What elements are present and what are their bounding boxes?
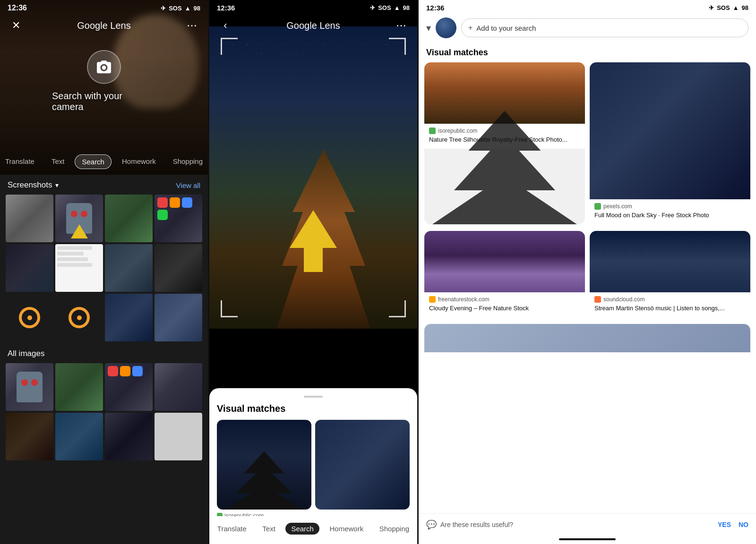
panel-camera: 12:36 ✈ SOS ▲ 98 ✕ Google Lens ⋯ Search … (0, 0, 208, 544)
battery-panel2: 98 (403, 4, 410, 11)
collapse-button[interactable]: ▾ (426, 22, 431, 34)
thumb-robot2[interactable] (6, 363, 53, 411)
panel-lens-result: 12:36 ✈ SOS ▲ 98 ‹ Google Lens ⋯ (209, 0, 417, 544)
corner-tr (389, 38, 406, 55)
tab-search-p2[interactable]: Search (285, 523, 319, 535)
battery-panel3: 98 (742, 4, 748, 11)
result-title-2: Full Mood on Dark Sky · Free Stock Photo (594, 212, 746, 220)
thumb-apps2[interactable] (105, 363, 153, 411)
screenshots-title: Screenshots ▾ (8, 180, 59, 190)
camera-search-label: Search with your camera (52, 91, 156, 112)
status-icons-panel1: ✈ SOS ▲ 98 (161, 5, 200, 12)
tab-homework-p1[interactable]: Homework (115, 154, 163, 169)
thumb-magnet2[interactable] (55, 294, 103, 341)
more-menu-button-p2[interactable]: ⋯ (393, 17, 410, 34)
result-info-4: soundcloud.com Stream Martin Stensö musi… (590, 292, 750, 317)
feedback-left: 💬 Are these results useful? (426, 519, 513, 530)
thumb-dark3[interactable] (155, 363, 202, 411)
result-card-partial[interactable] (424, 324, 750, 352)
thumb-blue1[interactable] (105, 294, 153, 341)
swipe-up-arrow (290, 210, 337, 272)
tab-text-p2[interactable]: Text (257, 523, 281, 535)
gallery-scroll: Screenshots ▾ View all (0, 175, 208, 544)
thumb-tree-photo[interactable] (105, 195, 153, 242)
back-button[interactable]: ‹ (217, 17, 234, 34)
result-col-right-2: soundcloud.com Stream Martin Stensö musi… (590, 231, 750, 322)
result-row-2: freenaturestock.com Cloudy Evening – Fre… (424, 231, 750, 322)
status-bar-panel3: 12:36 ✈ SOS ▲ 98 (419, 0, 756, 14)
result-card-soundcloud[interactable]: soundcloud.com Stream Martin Stensö musi… (590, 231, 750, 317)
favicon-isorepublic (429, 128, 436, 134)
thumb-dark1[interactable] (6, 244, 53, 292)
result-image-4 (590, 231, 750, 292)
tab-shopping-p2[interactable]: Shopping (374, 523, 415, 535)
lens-tabs-panel1: Translate Text Search Homework Shopping (0, 154, 208, 169)
thumb-blue2[interactable] (155, 294, 202, 341)
tab-shopping-p1[interactable]: Shopping (166, 154, 208, 169)
wifi-icon-p2: ▲ (394, 4, 400, 11)
thumb-robot[interactable] (55, 195, 103, 242)
wifi-icon-p3: ▲ (733, 4, 739, 11)
home-indicator-p3 (559, 538, 616, 540)
yellow-arrow-small (55, 204, 103, 242)
result-card-isorepublic[interactable]: isorepublic.com Nature Tree Silhouette R… (424, 62, 585, 224)
result-source-3: freenaturestock.com (429, 296, 580, 303)
thumb-apps-grid[interactable] (155, 195, 202, 242)
thumb-city[interactable] (55, 413, 103, 460)
camera-shutter-icon[interactable] (87, 50, 121, 84)
feedback-no-button[interactable]: NO (739, 521, 748, 528)
scan-frame (221, 38, 406, 317)
status-icons-panel2: ✈ SOS ▲ 98 (370, 4, 410, 11)
domain-freenature: freenaturestock.com (438, 296, 490, 303)
view-all-link[interactable]: View all (176, 181, 200, 189)
bottom-tabs-panel2: Translate Text Search Homework Shopping (209, 516, 417, 544)
result-row-1: isorepublic.com Nature Tree Silhouette R… (424, 62, 750, 229)
panel-search-results: 12:36 ✈ SOS ▲ 98 ▾ + Add to your search … (419, 0, 756, 544)
result-col-left-2: freenaturestock.com Cloudy Evening – Fre… (424, 231, 585, 322)
result-card-pexels[interactable]: pexels.com Full Mood on Dark Sky · Free … (590, 62, 750, 224)
thumb-light[interactable] (155, 413, 202, 460)
thumb-magnet1[interactable] (6, 294, 53, 341)
location-icon: ✈ (161, 5, 166, 12)
favicon-soundcloud (594, 296, 601, 303)
thumb-bw-photo[interactable] (6, 195, 53, 242)
tab-translate-p2[interactable]: Translate (212, 523, 252, 535)
corner-tl (221, 38, 238, 55)
thumb-food[interactable] (6, 413, 53, 460)
domain-isorepublic: isorepublic.com (438, 128, 477, 134)
thumb-preview[interactable] (55, 244, 103, 292)
feedback-bar: 💬 Are these results useful? YES NO (419, 513, 756, 536)
thumb-network-screen[interactable] (105, 244, 153, 292)
thumb-dark4[interactable] (105, 413, 153, 460)
feedback-icon: 💬 (426, 519, 437, 530)
camera-prompt: Search with your camera (52, 50, 156, 112)
close-button[interactable]: ✕ (8, 17, 25, 34)
chevron-down-icon[interactable]: ▾ (55, 181, 59, 189)
tab-homework-p2[interactable]: Homework (324, 523, 369, 535)
drag-handle[interactable] (304, 396, 323, 398)
app-title-panel2: Google Lens (286, 20, 340, 31)
tab-search-p1[interactable]: Search (75, 154, 112, 169)
feedback-yes-button[interactable]: YES (718, 521, 731, 528)
vm-image-1[interactable] (217, 420, 311, 510)
thumb-dark2[interactable] (155, 244, 202, 292)
lens-image-area (209, 26, 417, 329)
visual-matches-images (217, 420, 410, 510)
tab-translate-p1[interactable]: Translate (0, 154, 41, 169)
more-menu-button[interactable]: ⋯ (183, 17, 200, 34)
search-bar-panel3: ▾ + Add to your search (419, 14, 756, 44)
vm-image-2[interactable] (315, 420, 410, 510)
domain-pexels: pexels.com (603, 203, 632, 210)
all-images-grid (6, 363, 202, 460)
result-card-freenature[interactable]: freenaturestock.com Cloudy Evening – Fre… (424, 231, 585, 317)
thumb-tree2[interactable] (55, 363, 103, 411)
add-to-search-button[interactable]: + Add to your search (461, 18, 748, 37)
search-results-list: isorepublic.com Nature Tree Silhouette R… (419, 62, 756, 513)
favicon-pexels (594, 203, 601, 210)
tab-text-p1[interactable]: Text (45, 154, 71, 169)
domain-soundcloud: soundcloud.com (603, 296, 644, 303)
favicon-freenature (429, 296, 436, 303)
result-info-2: pexels.com Full Mood on Dark Sky · Free … (590, 199, 750, 224)
carrier-panel3: SOS (717, 4, 730, 11)
visual-matches-label: Visual matches (217, 403, 410, 414)
